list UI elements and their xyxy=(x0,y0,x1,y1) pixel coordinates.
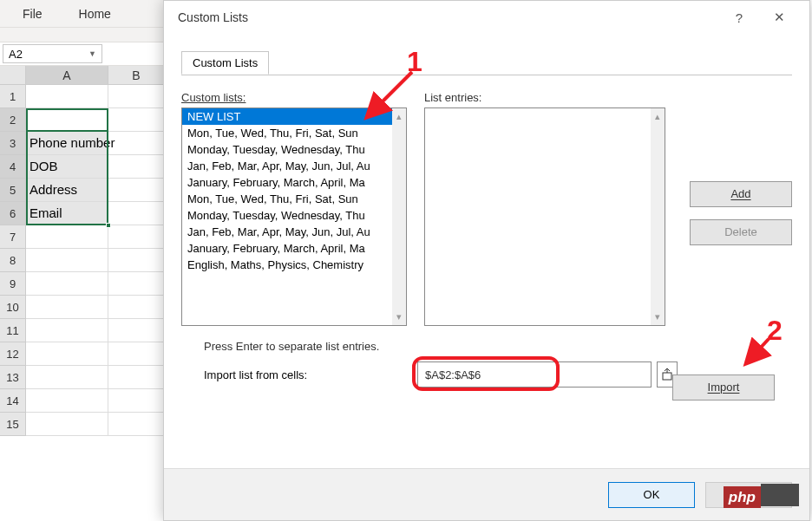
cell[interactable] xyxy=(26,319,108,342)
cell[interactable] xyxy=(26,225,108,249)
cell[interactable] xyxy=(108,366,165,389)
chevron-down-icon[interactable]: ▼ xyxy=(88,49,96,58)
list-entries-label: List entries: xyxy=(424,91,665,104)
cell[interactable] xyxy=(108,85,165,108)
cell[interactable] xyxy=(108,389,165,413)
annotation-number-2: 2 xyxy=(767,315,783,347)
formula-bar-row: A2 ▼ xyxy=(0,42,165,66)
scroll-up-icon[interactable]: ▴ xyxy=(396,111,402,122)
row-header[interactable]: 11 xyxy=(0,319,26,342)
spreadsheet-grid[interactable]: A B 1 2 3 4 5 6 7 8 9 10 11 12 13 14 15 xyxy=(0,66,165,436)
row-header[interactable]: 2 xyxy=(0,108,26,132)
delete-button[interactable]: Delete xyxy=(690,219,792,245)
row-headers: 1 2 3 4 5 6 7 8 9 10 11 12 13 14 15 xyxy=(0,85,26,436)
list-item[interactable]: Jan, Feb, Mar, Apr, May, Jun, Jul, Au xyxy=(182,224,392,240)
svg-rect-0 xyxy=(663,373,671,380)
import-range-input[interactable] xyxy=(417,361,652,387)
row-header[interactable]: 8 xyxy=(0,249,26,272)
custom-lists-label: Custom lists: xyxy=(181,91,407,104)
cell[interactable] xyxy=(108,202,165,225)
row-header[interactable]: 15 xyxy=(0,413,26,436)
cell[interactable] xyxy=(26,296,108,319)
help-button[interactable]: ? xyxy=(719,5,759,29)
select-all-corner[interactable] xyxy=(0,66,26,85)
close-icon[interactable]: ✕ xyxy=(759,5,799,29)
ok-button[interactable]: OK xyxy=(608,482,695,508)
cell[interactable]: DOB xyxy=(26,155,108,179)
cell[interactable] xyxy=(108,225,165,249)
col-header-a[interactable]: A xyxy=(26,66,108,85)
custom-lists-dialog: Custom Lists ? ✕ Custom Lists Custom lis… xyxy=(163,0,810,521)
cells-column-b xyxy=(108,85,165,436)
dialog-title: Custom Lists xyxy=(174,10,248,24)
dialog-titlebar: Custom Lists ? ✕ xyxy=(164,1,809,34)
cell[interactable] xyxy=(108,249,165,272)
ribbon-tab-file[interactable]: File xyxy=(17,2,48,26)
excel-window: File Home A2 ▼ A B 1 2 3 4 5 6 7 8 9 10 xyxy=(0,0,165,521)
scroll-down-icon[interactable]: ▾ xyxy=(655,311,660,322)
cell[interactable]: Email xyxy=(26,202,108,225)
row-header[interactable]: 9 xyxy=(0,272,26,296)
tab-custom-lists[interactable]: Custom Lists xyxy=(181,51,269,75)
cell[interactable] xyxy=(26,366,108,389)
name-box-value: A2 xyxy=(9,48,23,61)
cell[interactable] xyxy=(26,85,108,108)
cell[interactable]: Address xyxy=(26,179,108,202)
name-box[interactable]: A2 ▼ xyxy=(3,44,102,63)
cell[interactable] xyxy=(108,413,165,436)
row-header[interactable]: 12 xyxy=(0,342,26,366)
cell[interactable] xyxy=(26,342,108,366)
list-item[interactable]: Mon, Tue, Wed, Thu, Fri, Sat, Sun xyxy=(182,191,392,207)
cell[interactable] xyxy=(26,272,108,296)
cell[interactable] xyxy=(108,155,165,179)
row-header[interactable]: 5 xyxy=(0,179,26,202)
cell[interactable] xyxy=(108,179,165,202)
cell[interactable] xyxy=(108,342,165,366)
col-header-b[interactable]: B xyxy=(108,66,165,85)
add-button[interactable]: Add xyxy=(690,181,792,207)
list-item[interactable]: January, February, March, April, Ma xyxy=(182,240,392,257)
row-header[interactable]: 6 xyxy=(0,202,26,225)
row-header[interactable]: 7 xyxy=(0,225,26,249)
row-header[interactable]: 14 xyxy=(0,389,26,413)
row-header[interactable]: 1 xyxy=(0,85,26,108)
scroll-down-icon[interactable]: ▾ xyxy=(396,311,402,322)
cell[interactable]: Phone number xyxy=(26,132,108,155)
info-text: Press Enter to separate list entries. xyxy=(181,340,792,353)
custom-lists-box[interactable]: NEW LIST Mon, Tue, Wed, Thu, Fri, Sat, S… xyxy=(181,107,407,326)
cell[interactable] xyxy=(108,319,165,342)
cells-column-a: Name Phone number DOB Address Email xyxy=(26,85,108,436)
list-entries-box[interactable]: ▴ ▾ xyxy=(424,107,665,326)
list-item[interactable]: English, Maths, Physics, Chemistry xyxy=(182,257,392,273)
list-item[interactable]: January, February, March, April, Ma xyxy=(182,174,392,191)
ribbon-tabs: File Home xyxy=(0,0,165,28)
scrollbar[interactable]: ▴ ▾ xyxy=(651,108,665,325)
cell[interactable] xyxy=(108,132,165,155)
cell[interactable] xyxy=(26,249,108,272)
cell[interactable] xyxy=(26,389,108,413)
fill-handle[interactable] xyxy=(106,223,111,228)
dialog-bottom-bar: OK xyxy=(164,468,809,520)
list-item[interactable]: Mon, Tue, Wed, Thu, Fri, Sat, Sun xyxy=(182,125,392,141)
scroll-up-icon[interactable]: ▴ xyxy=(655,111,660,122)
scrollbar[interactable]: ▴ ▾ xyxy=(392,108,406,325)
import-button[interactable]: Import xyxy=(672,374,775,401)
row-header[interactable]: 3 xyxy=(0,132,26,155)
cell[interactable] xyxy=(108,108,165,132)
dialog-body: Custom lists: NEW LIST Mon, Tue, Wed, Th… xyxy=(164,75,809,387)
list-item[interactable]: Monday, Tuesday, Wednesday, Thu xyxy=(182,207,392,224)
cell[interactable] xyxy=(108,296,165,319)
list-item[interactable]: Jan, Feb, Mar, Apr, May, Jun, Jul, Au xyxy=(182,158,392,174)
row-header[interactable]: 10 xyxy=(0,296,26,319)
ribbon-tab-home[interactable]: Home xyxy=(74,2,116,26)
import-row: Import list from cells: Import xyxy=(181,361,792,387)
list-item[interactable]: Monday, Tuesday, Wednesday, Thu xyxy=(182,141,392,158)
cell[interactable]: Name xyxy=(26,108,108,132)
ribbon-content xyxy=(0,28,165,42)
cell[interactable] xyxy=(26,413,108,436)
row-header[interactable]: 13 xyxy=(0,366,26,389)
list-item[interactable]: NEW LIST xyxy=(182,108,392,125)
dialog-side-buttons: Add Delete xyxy=(690,181,792,245)
cell[interactable] xyxy=(108,272,165,296)
row-header[interactable]: 4 xyxy=(0,155,26,179)
